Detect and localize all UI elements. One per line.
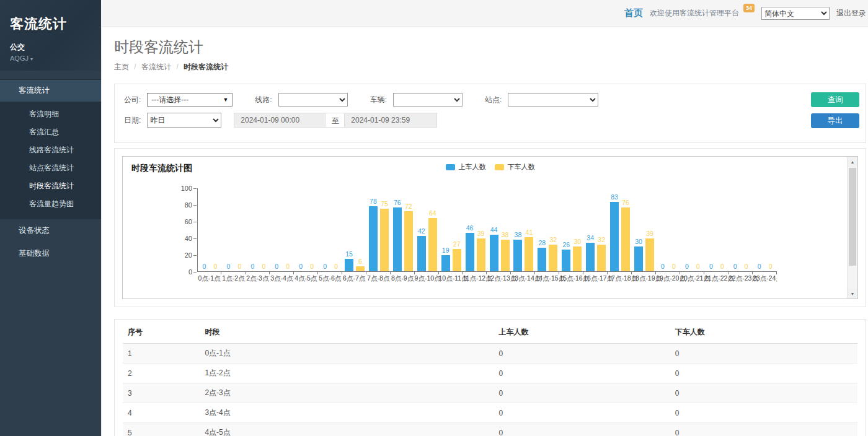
x-axis-label: 5点-6点 bbox=[318, 272, 342, 283]
bar-value-label: 34 bbox=[587, 234, 594, 242]
breadcrumb-passenger-stats[interactable]: 客流统计 bbox=[141, 63, 171, 71]
sidebar-item-passenger-summary[interactable]: 客流汇总 bbox=[0, 123, 101, 141]
company-select[interactable]: ---请选择--- ▼ bbox=[147, 93, 232, 107]
legend-label: 下车人数 bbox=[508, 162, 535, 172]
bar-group: 00 bbox=[704, 188, 728, 271]
sidebar-item-period-stats[interactable]: 时段客流统计 bbox=[0, 177, 101, 195]
sidebar-item-base-data[interactable]: 基础数据 bbox=[0, 242, 101, 265]
language-select[interactable]: 简体中文 bbox=[761, 7, 830, 20]
table-cell: 0 bbox=[670, 423, 857, 436]
chart-x-labels: 0点-1点1点-2点2点-3点3点-4点4点-5点5点-6点6点-7点7点-8点… bbox=[197, 272, 777, 283]
scrollbar-track[interactable] bbox=[848, 167, 857, 289]
station-select[interactable] bbox=[508, 93, 598, 107]
bar-value-label: 0 bbox=[275, 263, 278, 270]
bar-group: 00 bbox=[657, 188, 681, 271]
table-cell: 0 bbox=[670, 364, 857, 383]
legend-item: 下车人数 bbox=[495, 162, 535, 172]
bar-value-label: 38 bbox=[502, 231, 509, 238]
y-axis-tick: 0 bbox=[188, 268, 192, 276]
bar-value-label: 76 bbox=[394, 199, 401, 206]
bar-group: 156 bbox=[343, 188, 367, 271]
welcome-text: 欢迎使用客流统计管理平台 bbox=[650, 8, 739, 19]
filter-panel: 公司: ---请选择--- ▼ 线路: 车辆: bbox=[114, 84, 866, 143]
bar-group: 00 bbox=[270, 188, 294, 271]
bar-boarding: 28 bbox=[538, 248, 546, 271]
scrollbar-down-arrow[interactable]: ▼ bbox=[848, 289, 857, 299]
bar-value-label: 39 bbox=[477, 230, 485, 237]
bar-value-label: 41 bbox=[526, 229, 533, 236]
sidebar-item-device-status[interactable]: 设备状态 bbox=[0, 219, 101, 242]
company-code-label: AQGJ bbox=[10, 54, 29, 62]
company-code-dropdown[interactable]: AQGJ ▾ bbox=[10, 54, 92, 62]
chart-panel: 时段车流统计图 上车人数下车人数 020406080100 0000000000… bbox=[114, 148, 866, 307]
table-cell: 4点-5点 bbox=[200, 423, 494, 436]
page-title: 时段客流统计 bbox=[114, 37, 868, 57]
y-axis-tick: 20 bbox=[185, 251, 192, 259]
bar-value-label: 78 bbox=[370, 198, 377, 205]
date-from-input[interactable] bbox=[234, 113, 327, 128]
vehicle-select[interactable] bbox=[393, 93, 463, 107]
date-range-separator: 至 bbox=[326, 113, 345, 128]
table-panel: 序号 时段 上车人数 下车人数 10点-1点0021点-2点0032点-3点00… bbox=[114, 319, 866, 436]
bar-value-label: 76 bbox=[622, 199, 629, 206]
sidebar-submenu: 客流明细 客流汇总 线路客流统计 站点客流统计 时段客流统计 客流量趋势图 bbox=[0, 102, 101, 219]
query-button[interactable]: 查询 bbox=[811, 92, 859, 107]
bar-alighting: 6 bbox=[356, 266, 365, 271]
x-axis-label: 6点-7点 bbox=[342, 272, 366, 283]
breadcrumb-home[interactable]: 主页 bbox=[114, 63, 129, 71]
scrollbar-up-arrow[interactable]: ▲ bbox=[848, 157, 857, 167]
bar-group: 3841 bbox=[512, 188, 536, 271]
sidebar-item-passenger-detail[interactable]: 客流明细 bbox=[0, 105, 101, 123]
table-cell: 0 bbox=[670, 383, 857, 403]
bar-boarding: 34 bbox=[586, 243, 595, 271]
bar-value-label: 0 bbox=[323, 263, 327, 270]
bar-alighting: 39 bbox=[477, 238, 485, 271]
bar-boarding: 26 bbox=[562, 250, 570, 271]
chart-scrollbar[interactable]: ▲ ▼ bbox=[847, 157, 857, 299]
bar-value-label: 0 bbox=[685, 263, 689, 270]
sidebar-item-trend-chart[interactable]: 客流量趋势图 bbox=[0, 195, 101, 213]
header-alighting: 下车人数 bbox=[670, 321, 857, 344]
x-axis-label: 7点-8点 bbox=[366, 272, 391, 283]
header-period: 时段 bbox=[200, 321, 494, 344]
notification-badge: 34 bbox=[743, 4, 755, 12]
bar-value-label: 0 bbox=[696, 263, 700, 270]
bar-group: 3039 bbox=[632, 188, 657, 271]
export-button[interactable]: 导出 bbox=[811, 113, 859, 128]
chart-plot: 0000000000001567875767242641927463944383… bbox=[197, 188, 777, 272]
scrollbar-thumb[interactable] bbox=[849, 168, 856, 266]
date-to-input[interactable] bbox=[344, 113, 437, 128]
bar-value-label: 0 bbox=[203, 263, 206, 270]
bar-group: 7875 bbox=[366, 188, 391, 271]
bar-value-label: 30 bbox=[635, 238, 642, 245]
logout-link[interactable]: 退出登录 bbox=[836, 8, 866, 19]
sidebar-item-line-stats[interactable]: 线路客流统计 bbox=[0, 141, 101, 159]
table-cell: 4 bbox=[123, 403, 200, 423]
bar-alighting: 41 bbox=[525, 237, 533, 271]
line-filter: 线路: bbox=[255, 93, 347, 107]
bar-alighting: 27 bbox=[453, 249, 461, 271]
table-cell: 5 bbox=[123, 423, 200, 436]
chart-area: 020406080100 000000000000156787576724264… bbox=[123, 188, 857, 283]
y-axis-tick: 80 bbox=[185, 201, 192, 209]
app-logo: 客流统计 bbox=[10, 15, 92, 33]
sidebar-item-station-stats[interactable]: 站点客流统计 bbox=[0, 159, 101, 177]
bar-alighting: 32 bbox=[549, 245, 557, 271]
bar-value-label: 39 bbox=[646, 230, 653, 237]
line-select[interactable] bbox=[278, 93, 348, 107]
chart-plot-wrap: 0000000000001567875767242641927463944383… bbox=[197, 188, 777, 283]
table-cell: 0 bbox=[670, 344, 857, 364]
x-axis-label: 15点-16点 bbox=[559, 272, 583, 283]
x-axis-label: 0点-1点 bbox=[197, 272, 221, 283]
x-axis-label: 2点-3点 bbox=[246, 272, 270, 283]
bar-alighting: 38 bbox=[501, 240, 510, 271]
table-cell: 0 bbox=[494, 383, 670, 403]
home-link[interactable]: 首页 bbox=[624, 7, 643, 19]
bar-boarding: 19 bbox=[441, 255, 450, 271]
table-cell: 1点-2点 bbox=[200, 364, 494, 383]
app-window: 客流统计 公交 AQGJ ▾ 客流统计 客流明细 客流汇总 线路客流统计 站点客… bbox=[0, 0, 868, 436]
sidebar-section-passenger-stats[interactable]: 客流统计 bbox=[0, 79, 101, 102]
date-preset-select[interactable]: 昨日 bbox=[147, 113, 221, 128]
topbar: 首页 欢迎使用客流统计管理平台 34 简体中文 退出登录 bbox=[101, 0, 868, 27]
bar-boarding: 46 bbox=[466, 233, 474, 271]
